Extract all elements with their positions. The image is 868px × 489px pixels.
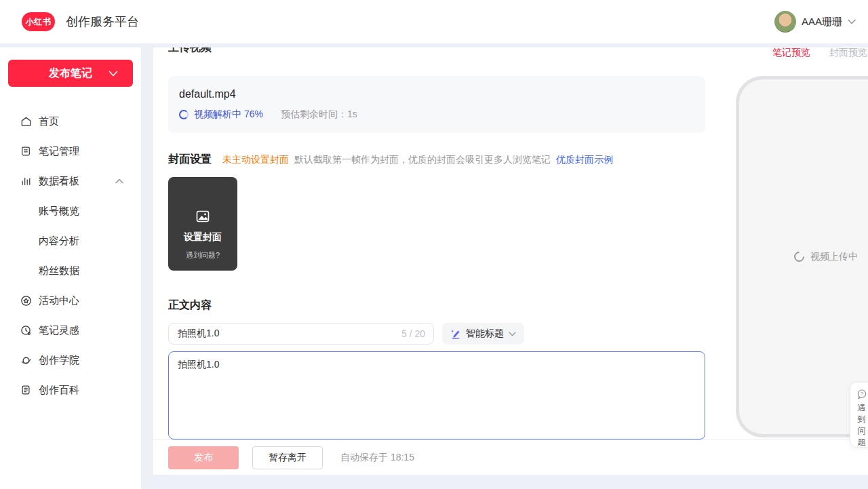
sidebar-menu: 首页 笔记管理 数据看板 账号概览 内容分析 粉丝数据 活动中心 xyxy=(0,106,141,405)
chevron-down-icon xyxy=(848,19,856,24)
wiki-icon xyxy=(20,384,32,396)
note-preview-phone: 视频上传中 xyxy=(736,76,868,437)
eta-text: 预估剩余时间：1s xyxy=(281,109,357,121)
cover-example-link[interactable]: 优质封面示例 xyxy=(556,154,613,166)
uploading-text: 视频上传中 xyxy=(810,251,858,263)
sidebar-item-note-management[interactable]: 笔记管理 xyxy=(0,136,141,166)
upload-section-title: 上传视频 xyxy=(168,47,212,54)
academy-icon xyxy=(20,354,32,366)
file-name: default.mp4 xyxy=(179,88,694,100)
user-menu[interactable]: AAA珊珊 xyxy=(774,0,856,43)
publish-button[interactable]: 发布 xyxy=(168,446,239,469)
set-cover-button[interactable]: 设置封面 遇到问题? xyxy=(168,177,237,271)
bottom-action-bar: 发布 暂存离开 自动保存于 18:15 xyxy=(153,439,868,475)
chevron-down-icon xyxy=(108,71,118,77)
sidebar-item-activity-center[interactable]: 活动中心 xyxy=(0,286,141,315)
content-section-title: 正文内容 xyxy=(168,298,212,313)
sidebar-item-data-dashboard[interactable]: 数据看板 xyxy=(0,166,141,196)
set-cover-label: 设置封面 xyxy=(184,231,222,243)
cover-problem-link[interactable]: 遇到问题? xyxy=(186,250,220,260)
chart-icon xyxy=(20,175,32,187)
upload-file-card: default.mp4 视频解析中 76% 预估剩余时间：1s xyxy=(168,76,705,133)
tab-note-preview[interactable]: 笔记预览 xyxy=(772,47,810,59)
body-textarea[interactable]: 拍照机1.0 xyxy=(168,351,705,439)
cover-section-title: 封面设置 xyxy=(168,153,212,167)
home-icon xyxy=(20,115,32,128)
help-widget-label: 遇 到 问 题 xyxy=(858,403,866,447)
tab-cover-preview[interactable]: 封面预览 xyxy=(829,47,867,59)
cover-warning: 未主动设置封面 xyxy=(222,154,289,166)
save-and-leave-button[interactable]: 暂存离开 xyxy=(252,446,323,469)
page-title: 创作服务平台 xyxy=(66,14,139,30)
cover-hint: 默认截取第一帧作为封面，优质的封面会吸引更多人浏览笔记 xyxy=(294,154,551,166)
user-name: AAA珊珊 xyxy=(802,16,842,28)
note-icon xyxy=(20,145,32,157)
top-header: 小红书 创作服务平台 AAA珊珊 xyxy=(0,0,868,43)
uploading-spinner-icon xyxy=(792,250,806,264)
sidebar-subitem-fans-data[interactable]: 粉丝数据 xyxy=(0,256,141,286)
autosave-status: 自动保存于 18:15 xyxy=(340,452,414,464)
publish-note-button[interactable]: 发布笔记 xyxy=(8,60,133,87)
magic-pen-icon xyxy=(450,328,461,339)
sidebar-item-home[interactable]: 首页 xyxy=(0,106,141,136)
smart-title-button[interactable]: 智能标题 xyxy=(442,323,524,345)
activity-icon xyxy=(20,294,32,307)
xiaohongshu-logo[interactable]: 小红书 xyxy=(22,12,55,31)
question-bubble-icon: ? xyxy=(856,389,867,399)
chevron-down-icon xyxy=(509,332,516,336)
svg-text:?: ? xyxy=(860,391,863,397)
sidebar: 发布笔记 首页 笔记管理 数据看板 账号概览 内容分析 粉丝数据 xyxy=(0,47,141,489)
image-icon xyxy=(195,208,211,224)
avatar[interactable] xyxy=(774,11,796,33)
sidebar-item-note-inspiration[interactable]: 笔记灵感 xyxy=(0,315,141,345)
preview-tabs: 笔记预览 封面预览 xyxy=(772,47,867,59)
title-input[interactable] xyxy=(168,323,434,345)
sidebar-subitem-account-overview[interactable]: 账号概览 xyxy=(0,196,141,226)
sidebar-subitem-content-analysis[interactable]: 内容分析 xyxy=(0,226,141,256)
sidebar-item-creation-wiki[interactable]: 创作百科 xyxy=(0,375,141,405)
help-widget[interactable]: ? 遇 到 问 题 xyxy=(850,382,868,448)
main-panel: 上传视频 default.mp4 视频解析中 76% 预估剩余时间：1s 封面设… xyxy=(153,47,868,475)
inspiration-icon xyxy=(20,324,32,336)
chevron-up-icon xyxy=(115,178,123,184)
progress-spinner-icon xyxy=(179,110,189,119)
sidebar-item-creation-academy[interactable]: 创作学院 xyxy=(0,345,141,375)
parse-status: 视频解析中 76% xyxy=(194,109,263,121)
